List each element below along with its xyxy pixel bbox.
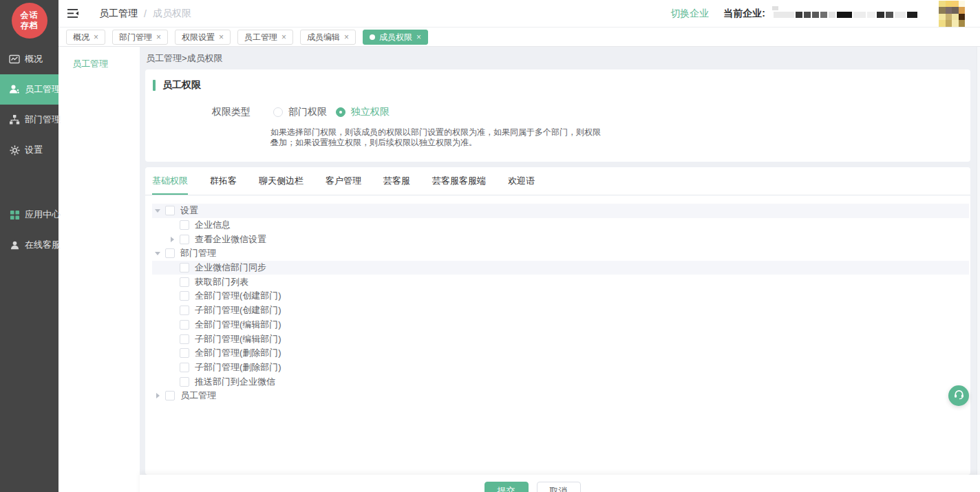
checkbox[interactable]: [180, 334, 189, 344]
app-logo: 会话 存档: [12, 3, 47, 39]
breadcrumb-parent[interactable]: 员工管理: [99, 8, 138, 20]
main-content: 员工管理>成员权限 员工权限 权限类型 部门权限 独立权限: [140, 47, 980, 492]
tree-row[interactable]: 子部门管理(编辑部门): [152, 332, 969, 346]
tree-node-label: 查看企业微信设置: [195, 233, 266, 246]
breadcrumb-current: 成员权限: [153, 8, 191, 20]
tree-caret-slot[interactable]: [153, 252, 162, 255]
permission-tab[interactable]: 芸客服客服端: [432, 167, 486, 195]
workspace-tab[interactable]: 概况 ×: [66, 30, 105, 45]
redacted-block: [886, 12, 893, 18]
submenu-item-employee-management[interactable]: 员工管理: [58, 47, 140, 70]
hint-line1: 如果选择部门权限，则该成员的权限以部门设置的权限为准，如果同属于多个部门，则权限: [270, 127, 970, 138]
radio-option[interactable]: 部门权限: [273, 106, 327, 118]
tree-node-label: 员工管理: [180, 389, 216, 402]
sidebar-item-overview[interactable]: 概况: [0, 44, 58, 74]
tree-row[interactable]: 获取部门列表: [152, 275, 969, 289]
close-tab-icon[interactable]: ×: [344, 33, 349, 41]
checkbox[interactable]: [180, 235, 189, 244]
sidebar-item-online-support[interactable]: 在线客服: [0, 230, 58, 260]
tree-row[interactable]: 企业信息: [152, 218, 969, 233]
caret-icon: [155, 252, 160, 255]
checkbox[interactable]: [180, 306, 189, 315]
close-tab-icon[interactable]: ×: [281, 33, 286, 41]
sidebar-item-employee-management[interactable]: 员工管理: [0, 74, 58, 105]
sidebar-item-department-management[interactable]: 部门管理: [0, 105, 58, 135]
avatar-pixel: [959, 1, 966, 8]
sidebar-item-app-center[interactable]: 应用中心: [0, 200, 58, 230]
permission-tab[interactable]: 群拓客: [210, 167, 237, 195]
checkbox[interactable]: [180, 277, 189, 287]
checkbox[interactable]: [165, 391, 175, 400]
checkbox[interactable]: [180, 363, 189, 372]
company-name-redacted: [772, 6, 917, 21]
workspace-tab[interactable]: 部门管理 ×: [112, 30, 168, 45]
submit-button[interactable]: 提交: [484, 482, 529, 492]
avatar-pixel: [946, 20, 952, 27]
active-tab-dot-icon: [370, 34, 375, 40]
tree-row[interactable]: 企业微信部门同步: [152, 261, 969, 275]
checkbox[interactable]: [180, 320, 189, 330]
tree-row[interactable]: 子部门管理(创建部门): [152, 303, 969, 318]
secondary-sidebar: 员工管理: [58, 47, 140, 492]
close-tab-icon[interactable]: ×: [416, 33, 421, 41]
gear-icon: [9, 145, 20, 156]
permission-tab[interactable]: 欢迎语: [508, 167, 535, 195]
tree-row[interactable]: 部门管理: [152, 246, 969, 261]
avatar-pixel: [939, 1, 946, 8]
permission-tab[interactable]: 基础权限: [152, 167, 188, 195]
breadcrumb: 员工管理 / 成员权限: [99, 8, 191, 20]
permission-tab[interactable]: 聊天侧边栏: [259, 167, 303, 195]
checkbox[interactable]: [180, 291, 189, 301]
workspace-tab-label: 权限设置: [182, 32, 215, 43]
checkbox[interactable]: [180, 220, 189, 230]
permission-tab[interactable]: 芸客服: [383, 167, 410, 195]
switch-company-link[interactable]: 切换企业: [670, 8, 709, 20]
checkbox[interactable]: [180, 348, 189, 358]
tree-row[interactable]: 子部门管理(删除部门): [152, 361, 969, 375]
close-tab-icon[interactable]: ×: [156, 33, 161, 41]
tree-row[interactable]: 查看企业微信设置: [152, 232, 969, 246]
permission-tab[interactable]: 客户管理: [326, 167, 361, 195]
workspace-tab-label: 概况: [73, 32, 89, 43]
sidebar-item-label: 在线客服: [25, 239, 61, 251]
org-tree-icon: [9, 114, 20, 125]
tree-row[interactable]: 全部门管理(删除部门): [152, 346, 969, 361]
tree-node-label: 部门管理: [180, 247, 216, 259]
checkbox[interactable]: [165, 248, 175, 258]
close-tab-icon[interactable]: ×: [219, 33, 224, 41]
workspace-tab[interactable]: 员工管理 ×: [237, 30, 293, 45]
radio-option[interactable]: 独立权限: [336, 106, 390, 118]
tree-caret-slot[interactable]: [153, 209, 162, 213]
tree-node-label: 推送部门到企业微信: [195, 376, 275, 388]
tree-row[interactable]: 推送部门到企业微信: [152, 374, 969, 389]
top-header: 员工管理 / 成员权限 切换企业 当前企业:: [58, 0, 980, 28]
avatar[interactable]: [939, 1, 965, 27]
checkbox[interactable]: [180, 263, 189, 272]
customer-service-fab[interactable]: [948, 385, 969, 406]
user-icon: [9, 84, 20, 95]
cancel-button[interactable]: 取消: [537, 482, 581, 492]
workspace-tab[interactable]: 成员编辑 ×: [300, 30, 356, 45]
menu-fold-icon[interactable]: [67, 8, 80, 19]
employee-permission-card: 员工权限 权限类型 部门权限 独立权限 如果选择部门权限，则该成员: [145, 69, 970, 162]
tree-node-label: 企业信息: [195, 219, 231, 231]
section-title: 员工权限: [162, 79, 201, 92]
workspace-tab[interactable]: 权限设置 ×: [175, 30, 231, 45]
radio-circle-icon[interactable]: [336, 107, 345, 117]
tree-row[interactable]: 设置: [152, 204, 969, 218]
tree-row[interactable]: 员工管理: [152, 389, 969, 403]
tree-row[interactable]: 全部门管理(编辑部门): [152, 318, 969, 332]
checkbox[interactable]: [180, 377, 189, 387]
tree-node-label: 获取部门列表: [195, 276, 248, 288]
checkbox[interactable]: [165, 206, 175, 215]
close-tab-icon[interactable]: ×: [94, 33, 98, 41]
tree-caret-slot[interactable]: [153, 393, 162, 398]
radio-circle-icon[interactable]: [273, 107, 283, 117]
tree-row[interactable]: 全部门管理(创建部门): [152, 289, 969, 303]
workspace-tab[interactable]: 成员权限 ×: [363, 30, 428, 45]
redacted-pixel: [772, 6, 778, 10]
redacted-block: [829, 12, 835, 18]
tree-caret-slot[interactable]: [168, 237, 176, 242]
hint-line2: 叠加；如果设置独立权限，则后续权限以独立权限为准。: [270, 138, 970, 148]
sidebar-item-settings[interactable]: 设置: [0, 135, 58, 165]
